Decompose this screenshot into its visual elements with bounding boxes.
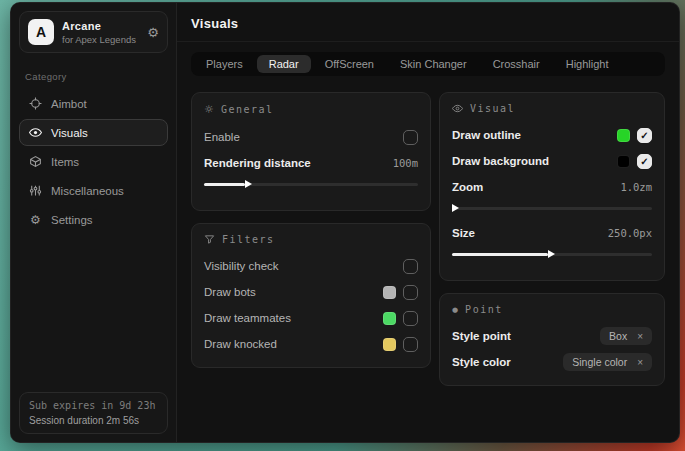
tab-skin-changer[interactable]: Skin Changer [388, 55, 479, 73]
sidebar-item-label: Aimbot [51, 98, 87, 110]
setting-label: Style point [452, 330, 511, 342]
setting-label: Visibility check [204, 260, 279, 272]
settings-icon[interactable]: ⚙ [147, 25, 159, 40]
chip-remove-icon[interactable]: × [637, 331, 643, 342]
chip-value: Single color [572, 356, 627, 368]
tab-offscreen[interactable]: OffScreen [313, 55, 386, 73]
setting-row-draw-background: Draw background [452, 150, 652, 172]
subscription-card: Sub expires in 9d 23h Session duration 2… [19, 392, 168, 434]
setting-label: Draw knocked [204, 338, 277, 350]
setting-row-rendering-distance: Rendering distance 100m [204, 152, 418, 174]
sidebar-item-miscellaneous[interactable]: Miscellaneous [19, 177, 168, 204]
setting-row-style-color: Style color Single color × [452, 351, 652, 373]
draw-background-checkbox[interactable] [637, 154, 652, 169]
draw-bots-color-swatch[interactable] [383, 286, 396, 299]
slider-fill[interactable] [204, 183, 245, 186]
app-window: A Arcane for Apex Legends ⚙ Category Aim… [10, 2, 680, 443]
setting-label: Draw outline [452, 129, 521, 141]
eye-icon [452, 103, 463, 114]
setting-row-visibility-check: Visibility check [204, 255, 418, 277]
box-icon [29, 155, 42, 168]
sidebar: A Arcane for Apex Legends ⚙ Category Aim… [11, 3, 177, 442]
sidebar-item-settings[interactable]: ⚙ Settings [19, 206, 168, 233]
panel-title: Filters [222, 234, 275, 245]
setting-row-draw-teammates: Draw teammates [204, 307, 418, 329]
draw-background-color-swatch[interactable] [617, 155, 630, 168]
setting-label: Style color [452, 356, 511, 368]
setting-row-draw-outline: Draw outline [452, 124, 652, 146]
sidebar-nav: Aimbot Visuals Items Miscellaneous [19, 90, 168, 233]
draw-knocked-checkbox[interactable] [403, 337, 418, 352]
panel-filters: Filters Visibility check Draw bots [191, 223, 431, 368]
setting-label: Draw background [452, 155, 549, 167]
eye-icon [29, 126, 42, 139]
draw-teammates-checkbox[interactable] [403, 311, 418, 326]
category-label: Category [25, 71, 162, 82]
app-name: Arcane [62, 20, 139, 32]
sub-expiry-text: Sub expires in 9d 23h [29, 400, 158, 411]
setting-row-size: Size 250.0px [452, 222, 652, 244]
main-area: Visuals Players Radar OffScreen Skin Cha… [177, 3, 679, 442]
draw-outline-checkbox[interactable] [637, 128, 652, 143]
setting-row-draw-knocked: Draw knocked [204, 333, 418, 355]
tab-bar: Players Radar OffScreen Skin Changer Cro… [191, 52, 665, 76]
sidebar-item-label: Settings [51, 214, 93, 226]
sidebar-item-visuals[interactable]: Visuals [19, 119, 168, 146]
visibility-check-checkbox[interactable] [403, 259, 418, 274]
setting-label: Size [452, 227, 475, 239]
sliders-icon [29, 184, 42, 197]
style-color-chip[interactable]: Single color × [563, 353, 652, 371]
setting-label: Draw bots [204, 286, 256, 298]
draw-bots-checkbox[interactable] [403, 285, 418, 300]
setting-label: Rendering distance [204, 157, 311, 169]
sidebar-item-label: Items [51, 156, 79, 168]
app-logo: A [28, 19, 54, 45]
setting-label: Enable [204, 131, 240, 143]
panel-title: General [221, 104, 274, 115]
app-subtitle: for Apex Legends [62, 34, 139, 45]
main-header: Visuals [177, 3, 679, 42]
setting-row-draw-bots: Draw bots [204, 281, 418, 303]
draw-outline-color-swatch[interactable] [617, 129, 630, 142]
tab-players[interactable]: Players [194, 55, 255, 73]
sun-icon: ☼ [204, 103, 214, 116]
chip-value: Box [609, 330, 627, 342]
chip-remove-icon[interactable]: × [637, 357, 643, 368]
draw-knocked-color-swatch[interactable] [383, 338, 396, 351]
setting-label: Zoom [452, 181, 483, 193]
sidebar-item-aimbot[interactable]: Aimbot [19, 90, 168, 117]
funnel-icon [204, 234, 215, 245]
style-point-chip[interactable]: Box × [600, 327, 652, 345]
panel-title: Point [465, 304, 503, 315]
size-slider[interactable] [452, 248, 652, 260]
size-value: 250.0px [608, 227, 652, 239]
dot-icon: ● [452, 306, 458, 314]
brand-card: A Arcane for Apex Legends ⚙ [19, 11, 168, 53]
setting-row-style-point: Style point Box × [452, 325, 652, 347]
panel-visual: Visual Draw outline Draw background [439, 92, 665, 281]
setting-label: Draw teammates [204, 312, 291, 324]
page-title: Visuals [191, 16, 665, 31]
tab-highlight[interactable]: Highlight [554, 55, 621, 73]
rendering-distance-slider[interactable] [204, 178, 418, 190]
session-duration-text: Session duration 2m 56s [29, 415, 158, 426]
slider-fill[interactable] [452, 253, 548, 256]
draw-teammates-color-swatch[interactable] [383, 312, 396, 325]
panel-point: ● Point Style point Box × Style color [439, 293, 665, 386]
setting-row-zoom: Zoom 1.0zm [452, 176, 652, 198]
panel-title: Visual [470, 103, 515, 114]
sidebar-item-items[interactable]: Items [19, 148, 168, 175]
zoom-value: 1.0zm [620, 181, 652, 193]
zoom-slider[interactable] [452, 202, 652, 214]
setting-row-enable: Enable [204, 126, 418, 148]
rendering-distance-value: 100m [393, 157, 418, 169]
settings-content: ☼ General Enable Rendering distance 100m [177, 76, 679, 402]
sidebar-item-label: Visuals [51, 127, 88, 139]
crosshair-icon [29, 97, 42, 110]
sidebar-item-label: Miscellaneous [51, 185, 124, 197]
panel-general: ☼ General Enable Rendering distance 100m [191, 92, 431, 211]
tab-crosshair[interactable]: Crosshair [481, 55, 552, 73]
gear-icon: ⚙ [29, 213, 42, 226]
enable-checkbox[interactable] [403, 130, 418, 145]
tab-radar[interactable]: Radar [257, 55, 311, 73]
